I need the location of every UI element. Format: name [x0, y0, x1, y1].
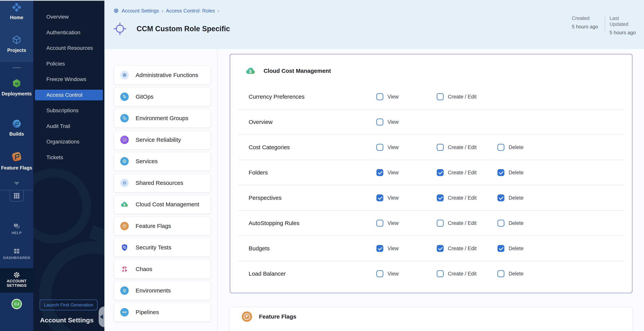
- create-edit-checkbox[interactable]: [437, 93, 444, 100]
- delete-checkbox[interactable]: [498, 220, 504, 226]
- create-edit-checkbox[interactable]: [437, 245, 444, 252]
- sidebar-item-authentication[interactable]: Authentication: [35, 27, 103, 38]
- resource-card-gitops[interactable]: GitOps: [114, 87, 211, 106]
- view-checkbox[interactable]: [376, 144, 383, 151]
- create-edit-checkbox[interactable]: [437, 270, 444, 277]
- collapse-arrow-icon: [100, 314, 103, 319]
- delete-checkbox[interactable]: [498, 245, 504, 252]
- permission-cell: View: [376, 118, 398, 126]
- view-checkbox[interactable]: [376, 270, 383, 277]
- checkbox-label: Delete: [508, 170, 524, 176]
- resource-card-environments[interactable]: Environments: [114, 281, 211, 300]
- rail-item-label: Home: [10, 15, 23, 20]
- rail-item-home[interactable]: Home: [0, 3, 33, 20]
- resource-card-pipelines[interactable]: Pipelines: [114, 303, 211, 322]
- checkbox-label: View: [388, 144, 398, 150]
- resource-card-shared-resources[interactable]: Shared Resources: [114, 174, 211, 192]
- user-avatar[interactable]: CJ: [12, 299, 22, 309]
- checkbox-label: View: [388, 94, 398, 100]
- resource-label: Cloud Cost Management: [136, 201, 199, 208]
- view-checkbox[interactable]: [376, 194, 383, 201]
- breadcrumb-access-control-roles[interactable]: Access Control: Roles: [166, 8, 215, 14]
- rail-item-help[interactable]: ? HELP: [0, 223, 33, 235]
- gear-watermark: [89, 226, 104, 244]
- cloud-cost-management-permissions-panel: $ Cloud Cost Management Currency Prefere…: [230, 54, 632, 293]
- create-edit-checkbox[interactable]: [437, 220, 444, 226]
- resource-card-admin-functions[interactable]: Administrative Functions: [114, 66, 211, 84]
- module-grid-button[interactable]: [10, 190, 24, 202]
- create-edit-checkbox[interactable]: [437, 194, 444, 201]
- view-checkbox[interactable]: [376, 118, 383, 126]
- delete-checkbox[interactable]: [498, 169, 504, 176]
- checkbox-label: Delete: [508, 246, 524, 252]
- sidebar-item-tickets[interactable]: Tickets: [35, 152, 103, 163]
- resource-card-environment-groups[interactable]: Environment Groups: [114, 109, 211, 128]
- permission-cell: View: [376, 270, 398, 277]
- sidebar-item-audit-trail[interactable]: Audit Trail: [35, 121, 103, 132]
- delete-checkbox[interactable]: [498, 144, 504, 151]
- resource-card-cloud-cost-management[interactable]: $Cloud Cost Management: [114, 195, 211, 214]
- resource-card-feature-flags[interactable]: Feature Flags: [114, 217, 211, 236]
- permission-cell: Delete: [498, 144, 524, 151]
- last-updated-label: Last Updated: [610, 15, 636, 27]
- view-checkbox[interactable]: [376, 245, 383, 252]
- gear-watermark: [33, 168, 91, 244]
- checkbox-label: Create / Edit: [448, 246, 476, 252]
- sidebar-collapse-handle[interactable]: [99, 306, 104, 327]
- rail-item-projects[interactable]: Projects: [0, 35, 33, 53]
- rail-item-label: HELP: [12, 231, 22, 235]
- breadcrumb-separator: ›: [218, 8, 219, 13]
- resource-card-service-reliability[interactable]: Service Reliability: [114, 130, 211, 149]
- settings-gear-icon: [113, 8, 119, 14]
- sidebar-item-account-resources[interactable]: Account Resources: [35, 43, 103, 54]
- view-checkbox[interactable]: [376, 93, 383, 100]
- checkbox-label: View: [388, 220, 398, 226]
- delete-checkbox[interactable]: [498, 270, 504, 277]
- permission-cell: Create / Edit: [437, 194, 476, 201]
- create-edit-checkbox[interactable]: [437, 144, 444, 151]
- breadcrumb-separator: ›: [162, 8, 164, 13]
- meta-divider: [605, 15, 605, 32]
- checkbox-label: Create / Edit: [448, 170, 476, 176]
- sidebar-item-freeze-windows[interactable]: Freeze Windows: [35, 74, 103, 85]
- create-edit-checkbox[interactable]: [437, 169, 444, 176]
- feature-flags-icon: [242, 312, 252, 322]
- resource-card-services[interactable]: Services: [114, 152, 211, 171]
- checkbox-label: Create / Edit: [448, 195, 476, 201]
- sidebar-item-policies[interactable]: Policies: [35, 58, 103, 69]
- sidebar-item-subscriptions[interactable]: Subscriptions: [35, 105, 103, 116]
- rail-item-deployments[interactable]: ∞ Deployments: [0, 78, 33, 96]
- window-top-edge: [0, 0, 104, 1]
- sidebar-item-organizations[interactable]: Organizations: [35, 136, 103, 147]
- permission-row: PerspectivesViewCreate / EditDelete: [238, 186, 624, 211]
- last-updated-value: 5 hours ago: [610, 30, 636, 36]
- permission-cell: View: [376, 220, 398, 226]
- pipelines-icon: [120, 308, 129, 316]
- checkbox-label: Delete: [508, 271, 524, 277]
- delete-checkbox[interactable]: [498, 194, 504, 201]
- view-checkbox[interactable]: [376, 220, 383, 226]
- rail-item-account-settings-active[interactable]: ACCOUNT SETTINGS: [0, 268, 33, 293]
- rail-item-label: DASHBOARDS: [3, 256, 30, 260]
- rail-item-feature-flags[interactable]: Feature Flags: [0, 151, 33, 171]
- resource-card-security-tests[interactable]: Security Tests: [114, 238, 211, 257]
- permission-cell: Delete: [498, 220, 524, 226]
- chevron-down-icon[interactable]: [14, 182, 20, 185]
- sidebar-item-access-control[interactable]: Access Control: [35, 90, 103, 100]
- svg-text:?: ?: [15, 224, 17, 226]
- launch-first-generation-button[interactable]: Launch First Generation: [40, 300, 98, 310]
- breadcrumb-account-settings[interactable]: Account Settings: [122, 8, 159, 14]
- rail-item-dashboards[interactable]: DASHBOARDS: [0, 248, 33, 260]
- svg-text:∞: ∞: [15, 81, 18, 86]
- rail-item-label: Projects: [7, 48, 26, 53]
- resource-label: Service Reliability: [136, 136, 181, 143]
- sidebar-item-overview[interactable]: Overview: [35, 12, 103, 22]
- checkbox-label: Create / Edit: [448, 144, 476, 150]
- view-checkbox[interactable]: [376, 169, 383, 176]
- sidebar-footer-title: Account Settings: [40, 316, 94, 324]
- permission-cell: Create / Edit: [437, 169, 476, 176]
- permission-cell: Delete: [498, 194, 524, 201]
- resource-card-chaos[interactable]: Chaos: [114, 260, 211, 278]
- permission-row: FoldersViewCreate / EditDelete: [238, 160, 624, 186]
- rail-item-builds[interactable]: Builds: [0, 119, 33, 137]
